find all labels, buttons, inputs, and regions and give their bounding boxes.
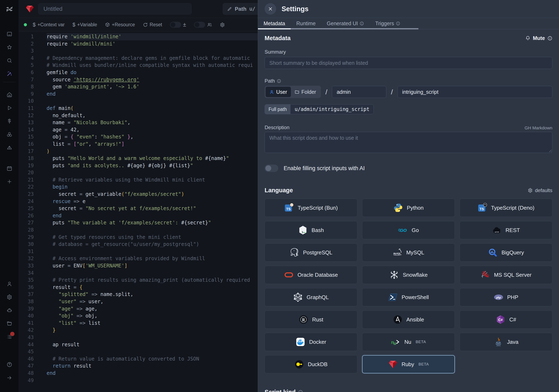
settings-header: Settings [258,0,559,18]
code-line: 22 begin [19,183,258,191]
add-resource-button[interactable]: +Resource [105,22,135,27]
tab-generated-ui[interactable]: Generated UI [321,18,370,29]
expand-sidebar-icon[interactable] [0,371,19,384]
language-card-ansible[interactable]: Ansible [362,310,455,329]
python-icon [393,203,403,213]
language-card-php[interactable]: phpPHP [460,288,552,306]
tab-metadata[interactable]: Metadata [258,18,291,29]
language-card-ts-bun[interactable]: TSTypeScript (Bun) [265,199,357,217]
language-card-label: Java [507,339,518,345]
code-line: 24 rescue => e [19,198,258,205]
folders-icon[interactable] [0,317,19,330]
info-icon [298,390,303,392]
sidebar [0,0,19,392]
code-line: 10 [19,98,258,105]
code-line: 46 # Return value is automatically conve… [19,355,258,363]
reset-button[interactable]: Reset [143,22,162,27]
code-line: 32 # Access environment variables provid… [19,255,258,262]
language-card-snowflake[interactable]: Snowflake [362,266,455,284]
language-card-ts-deno[interactable]: TSTypeScript (Deno) [460,199,552,217]
language-card-go[interactable]: GOGo [362,221,455,239]
settings-gear-icon[interactable] [0,290,19,304]
editor-pane: Untitled Path u/ $+Context var $+Variabl… [19,0,258,392]
search-icon[interactable] [0,54,19,67]
mute-button[interactable]: Mute [525,35,552,41]
language-card-docker[interactable]: Docker [265,333,357,351]
info-icon [547,36,552,41]
language-card-label: Oracle Database [298,272,338,278]
description-textarea[interactable]: What this script does and how to use it [265,132,552,153]
editor-settings-button[interactable] [220,22,225,27]
home-icon[interactable] [0,88,19,101]
path-name-input[interactable]: intriguing_script [398,86,552,98]
code-line: 48end [19,370,258,377]
code-line: 42 } [19,327,258,334]
variables-icon[interactable] [0,114,19,128]
path-button-label: Path [235,6,246,12]
language-card-ruby[interactable]: RubyBETA [362,355,455,373]
language-card-nu[interactable]: nuNuBETA [362,333,455,351]
language-card-label: PowerShell [402,294,429,301]
oracle-icon [284,270,294,280]
ai-inputs-toggle[interactable] [265,164,278,172]
user-icon[interactable] [0,277,19,290]
script-title-input[interactable]: Untitled [38,3,192,15]
ts-bun-icon: TS [284,203,294,213]
owner-kind-user[interactable]: User [266,87,291,97]
svg-text:GO: GO [400,228,407,233]
diff-toggle[interactable]: ± [170,21,186,28]
language-card-bigquery[interactable]: BigQuery [460,243,552,262]
tab-runtime[interactable]: Runtime [291,18,321,29]
code-editor[interactable]: 1require 'windmill/inline'2require 'wind… [19,31,258,392]
add-icon[interactable] [0,175,19,188]
mysql-icon: MySQL [393,248,402,257]
language-card-powershell[interactable]: PowerShell [362,288,455,306]
ansible-icon [393,315,402,324]
defaults-button[interactable]: defaults [528,188,552,193]
workers-robot-icon[interactable] [0,304,19,317]
language-card-csharp[interactable]: C#C# [460,310,552,329]
summary-input[interactable]: Short summary to be displayed when liste… [265,57,552,69]
language-card-oracle[interactable]: Oracle Database [265,266,357,284]
language-card-mssql[interactable]: MS SQL Server [460,266,552,284]
windmill-logo-icon[interactable] [0,0,19,18]
language-card-graphql[interactable]: GraphQL [265,288,357,306]
language-card-label: PostgreSQL [303,249,333,256]
calendar-icon[interactable] [0,162,19,175]
language-card-label: Docker [309,339,326,345]
resources-icon[interactable] [0,128,19,141]
language-card-java[interactable]: JavaJava [460,333,552,351]
language-card-rest[interactable]: HTTPREST [460,221,552,239]
close-button[interactable] [265,3,276,15]
add-variable-button[interactable]: $+Variable [73,22,97,28]
owner-kind-folder[interactable]: Folder [291,87,320,97]
code-line: 11def main( [19,105,258,112]
audit-logs-icon[interactable] [0,330,19,343]
language-card-rust[interactable]: RRust [265,310,357,329]
gear-icon [528,188,533,193]
svg-text:TS: TS [479,207,484,211]
language-card-duckdb[interactable]: DuckDB [265,355,357,373]
language-card-label: REST [506,227,520,233]
bigquery-icon [488,248,497,257]
multiplayer-toggle[interactable] [194,22,212,28]
schedules-icon[interactable] [0,141,19,154]
path-owner-input[interactable]: admin [332,86,386,98]
gh-markdown-hint: GH Markdown [525,125,552,130]
php-icon: php [494,292,503,302]
language-card-bash[interactable]: $Bash [265,221,357,239]
favorites-star-icon[interactable] [0,41,19,54]
language-card-python[interactable]: Python [362,199,455,217]
language-card-mysql[interactable]: MySQLMySQL [362,243,455,262]
runs-icon[interactable] [0,101,19,114]
help-icon[interactable] [0,358,19,371]
code-line: 27 puts "The variable at 'f/examples/sec… [19,219,258,227]
language-card-postgresql[interactable]: PostgreSQL [265,243,357,262]
language-section-title: Language [265,187,293,194]
apps-icon[interactable] [0,27,19,41]
add-context-var-button[interactable]: $+Context var [33,22,65,28]
tab-triggers[interactable]: Triggers [370,18,406,29]
resize-handle-icon[interactable] [548,149,551,152]
svg-text:R: R [302,318,305,322]
ai-wand-icon[interactable] [0,67,19,80]
